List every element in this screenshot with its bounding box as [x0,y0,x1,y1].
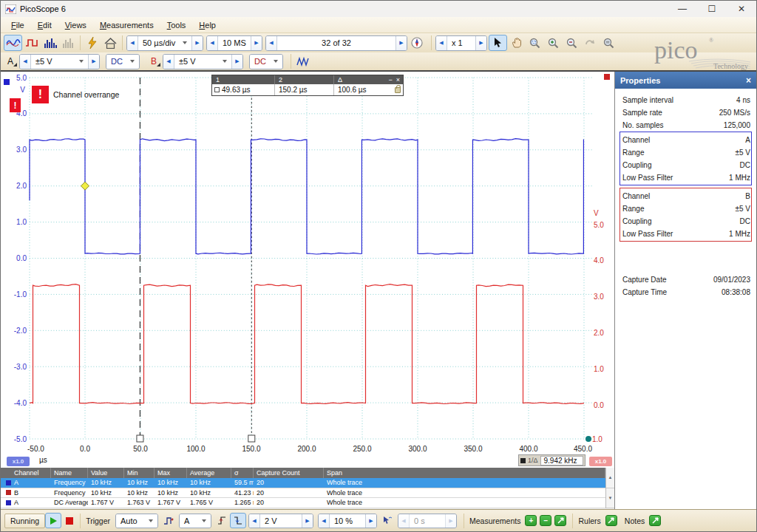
rulers-label: Rulers [575,516,603,525]
table-row[interactable]: AFrequency10 kHz10 kHz10 kHz10 kHz59.5 m… [1,478,614,488]
select-tool-button[interactable] [489,35,507,51]
channel-a-coupling-select[interactable]: DC [106,54,140,69]
ruler-2-value: 150.2 µs [279,86,308,94]
home-icon[interactable] [101,35,120,51]
overrange-warning-icon: ! [32,86,49,103]
channel-a-range-increase-button[interactable]: ▶ [88,55,99,69]
samples-increase-button[interactable]: ▶ [251,36,262,50]
start-capture-button[interactable] [45,513,61,528]
close-button[interactable]: ✕ [727,1,756,17]
add-measurement-button[interactable]: + [525,515,537,526]
table-row[interactable]: BFrequency10 kHz10 kHz10 kHz10 kHz41.23 … [1,488,614,499]
svg-text:-5.0: -5.0 [14,435,27,443]
logo-text: pico [654,36,698,64]
spectrum-mode-button[interactable] [41,35,59,51]
scroll-down-icon[interactable]: ▼ [606,488,614,509]
chevron-down-icon [202,519,206,522]
channel-b-range-decrease-button[interactable]: ◀ [163,55,174,69]
samples-decrease-button[interactable]: ◀ [207,36,218,50]
table-row[interactable]: ADC Average1.767 V1.763 V1.767 V1.765 V1… [1,498,614,508]
property-no-samples: No. samples125,000 [622,121,750,129]
trigger-mode-select[interactable]: Auto [115,514,158,528]
channel-b-range-increase-button[interactable]: ▶ [231,55,242,69]
zoom-decrease-button[interactable]: ◀ [436,36,447,50]
rising-edge-button[interactable] [214,513,230,528]
pretrigger-value[interactable]: 10 % [330,514,365,528]
delay-decrease-button[interactable]: ◀ [398,514,410,528]
scope-mode-button[interactable] [4,35,22,51]
zoom-in-button[interactable] [544,35,563,51]
timebase-decrease-button[interactable]: ◀ [127,36,138,50]
column-header-average[interactable]: Average [187,468,231,478]
column-header-capture-count[interactable]: Capture Count [254,468,324,478]
column-header-name[interactable]: Name [51,468,88,478]
pretrigger-increase-button[interactable]: ▶ [365,514,376,528]
persistence-mode-button[interactable] [22,35,41,51]
rulers-button[interactable] [605,515,617,526]
channel-b-label[interactable]: B [149,55,161,68]
column-header-max[interactable]: Max [155,468,187,478]
zoom-out-button[interactable] [563,35,581,51]
delay-increase-button[interactable]: ▶ [445,514,456,528]
buffer-previous-button[interactable]: ◀ [266,36,277,50]
properties-close-icon[interactable]: × [746,75,751,86]
zoom-increase-button[interactable]: ▶ [475,36,486,50]
samples-value[interactable]: 10 MS [218,36,251,50]
menu-file[interactable]: File [4,18,31,32]
channel-b-range-select[interactable]: ±5 V [174,55,231,69]
menu-edit[interactable]: Edit [31,18,58,32]
channel-b-scale-badge[interactable]: x1.0 [589,457,612,466]
trigger-source-select[interactable]: A [179,514,211,528]
menu-help[interactable]: Help [192,18,223,32]
column-header-span[interactable]: Span [324,468,605,478]
minimize-button[interactable]: — [668,1,697,17]
ruler-column-delta: Δ [333,75,375,84]
trigger-level-decrease-button[interactable]: ◀ [249,514,260,528]
trigger-level-value[interactable]: 2 V [260,514,302,528]
signal-generator-icon[interactable] [293,53,312,69]
svg-text:0.0: 0.0 [80,445,90,453]
scope-view[interactable]: 5.04.03.02.01.00.0-1.0-2.0-3.0-4.0-5.0V5… [1,72,614,468]
buffer-next-button[interactable]: ▶ [396,36,407,50]
trigger-level-increase-button[interactable]: ▶ [302,514,313,528]
channel-a-scale-badge[interactable]: x1.0 [7,457,30,466]
channel-a-range-select[interactable]: ±5 V [31,55,88,69]
ruler-measurement-box[interactable]: 1 2 Δ − × 49.63 µs 150.2 µs 100.6 µs [211,75,404,96]
property-capture-time: Capture Time08:38:08 [622,288,750,296]
ruler-box-close[interactable]: × [396,76,400,83]
column-header-min[interactable]: Min [124,468,155,478]
pan-tool-button[interactable] [507,35,526,51]
column-header-channel[interactable]: Channel [1,468,51,478]
trigger-marker-button[interactable] [379,513,396,528]
zoom-factor-value[interactable]: x 1 [447,36,475,50]
lock-icon[interactable] [395,87,401,93]
buffer-overview-icon[interactable] [409,35,425,51]
zoom-full-button[interactable] [600,35,618,51]
column-header-σ[interactable]: σ [231,468,254,478]
channel-b-coupling-select[interactable]: DC [249,54,283,69]
column-header-value[interactable]: Value [88,468,124,478]
chevron-down-icon [274,60,278,63]
table-scrollbar[interactable]: ▲ ▼ [605,468,614,508]
menu-measurements[interactable]: Measurements [93,18,160,32]
stop-capture-button[interactable] [61,513,78,528]
menu-tools[interactable]: Tools [160,18,193,32]
remove-measurement-button[interactable]: − [540,515,551,526]
scroll-up-icon[interactable]: ▲ [606,468,614,488]
timebase-increase-button[interactable]: ▶ [191,36,203,50]
pretrigger-decrease-button[interactable]: ◀ [319,514,330,528]
menu-views[interactable]: Views [58,18,93,32]
auto-setup-icon[interactable] [83,35,101,51]
advanced-trigger-button[interactable] [160,513,177,528]
falling-edge-button[interactable] [230,513,246,528]
timebase-select[interactable]: 50 µs/div [138,36,191,50]
ruler-box-minimize[interactable]: − [388,76,392,83]
notes-button[interactable] [649,515,661,526]
marquee-zoom-button[interactable] [526,35,544,51]
channel-a-range-decrease-button[interactable]: ◀ [20,55,31,69]
ruler-column-2: 2 [274,75,333,84]
maximize-button[interactable]: ☐ [697,1,727,17]
edit-measurement-button[interactable] [554,515,566,526]
channel-a-label[interactable]: A [5,55,18,68]
running-status-button[interactable]: Running [4,514,45,528]
